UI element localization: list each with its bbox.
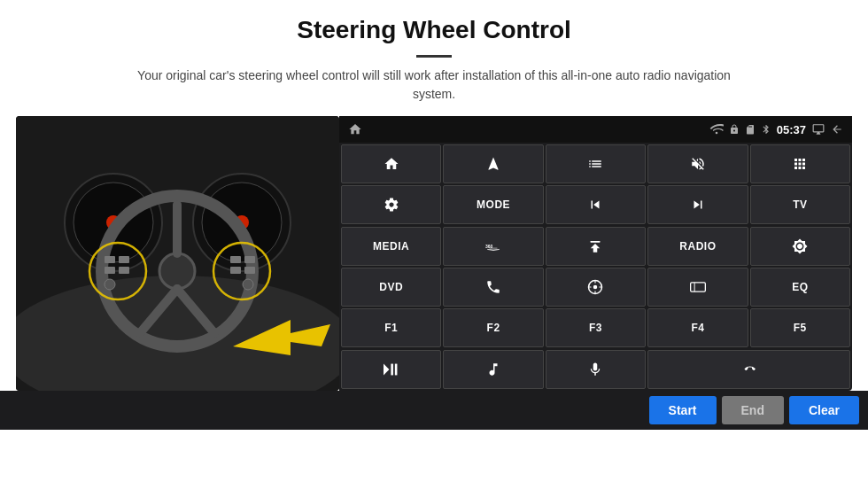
svg-rect-34 [391, 363, 393, 375]
btn-radio[interactable]: RADIO [647, 227, 748, 266]
svg-point-30 [593, 285, 598, 290]
btn-call-end[interactable] [647, 350, 850, 389]
svg-rect-28 [490, 247, 498, 250]
svg-point-26 [715, 132, 717, 135]
status-left [348, 122, 362, 136]
title-divider [416, 55, 452, 58]
btn-navi[interactable] [546, 268, 646, 307]
btn-eq[interactable]: EQ [750, 268, 850, 307]
btn-next[interactable] [647, 185, 748, 224]
btn-eject[interactable] [546, 227, 646, 266]
start-button[interactable]: Start [649, 396, 717, 424]
svg-rect-18 [119, 267, 129, 274]
btn-tv[interactable]: TV [750, 185, 850, 224]
end-button[interactable]: End [722, 396, 784, 424]
btn-playpause[interactable] [341, 350, 441, 389]
btn-mute[interactable] [647, 144, 748, 183]
btn-settings[interactable] [341, 185, 441, 224]
btn-music[interactable] [443, 350, 543, 389]
ui-panel: 05:37 [339, 116, 852, 391]
btn-f3[interactable]: F3 [546, 308, 646, 347]
svg-rect-20 [230, 256, 241, 263]
sd-icon [745, 123, 756, 136]
home-status-icon [348, 122, 362, 136]
btn-navigate[interactable] [443, 144, 543, 183]
btn-phone[interactable] [443, 268, 543, 307]
page-title: Steering Wheel Control [0, 0, 868, 50]
btn-brightness[interactable] [750, 227, 850, 266]
btn-f2[interactable]: F2 [443, 308, 543, 347]
btn-media[interactable]: MEDIA [341, 227, 441, 266]
btn-dvd[interactable]: DVD [341, 268, 441, 307]
bluetooth-icon [761, 122, 771, 136]
btn-360[interactable]: 360 [443, 227, 543, 266]
btn-prev[interactable] [546, 185, 646, 224]
btn-mic[interactable] [546, 350, 646, 389]
wifi-icon [709, 124, 724, 135]
svg-rect-21 [244, 256, 255, 263]
btn-f1[interactable]: F1 [341, 308, 441, 347]
btn-list[interactable] [546, 144, 646, 183]
btn-apps[interactable] [750, 144, 850, 183]
status-bar: 05:37 [339, 116, 852, 143]
display-icon [811, 123, 825, 136]
car-image [16, 116, 339, 391]
clear-button[interactable]: Clear [789, 396, 859, 424]
svg-point-9 [159, 253, 195, 289]
btn-f4[interactable]: F4 [647, 308, 748, 347]
back-icon [831, 123, 843, 136]
svg-rect-22 [230, 267, 241, 274]
svg-rect-15 [105, 256, 115, 263]
svg-rect-23 [244, 267, 255, 274]
bottom-bar: Start End Clear [0, 391, 868, 430]
subtitle: Your original car's steering wheel contr… [133, 66, 735, 104]
status-icons: 05:37 [709, 122, 843, 136]
content-area: 05:37 [0, 116, 868, 391]
svg-point-19 [105, 279, 115, 290]
svg-rect-17 [119, 256, 129, 263]
lock-icon [729, 123, 740, 136]
button-grid: MODE TV MEDIA 360 RADIO [339, 143, 852, 391]
svg-point-24 [243, 279, 253, 290]
btn-screen[interactable] [647, 268, 748, 307]
btn-f5[interactable]: F5 [750, 308, 850, 347]
svg-marker-33 [384, 363, 389, 375]
svg-rect-35 [395, 363, 398, 375]
btn-home[interactable] [341, 144, 441, 183]
svg-rect-16 [105, 267, 115, 274]
btn-mode[interactable]: MODE [443, 185, 543, 224]
status-time: 05:37 [777, 123, 806, 136]
svg-rect-31 [691, 283, 706, 292]
